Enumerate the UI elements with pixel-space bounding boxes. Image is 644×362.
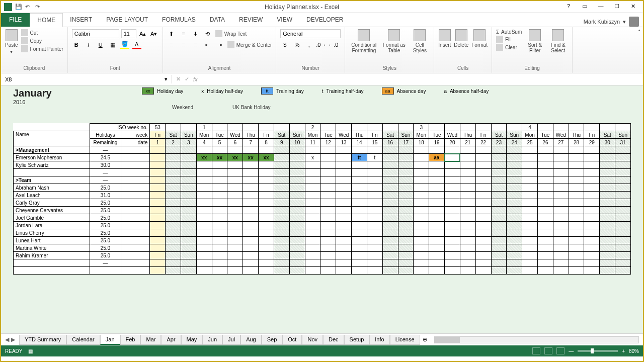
font-size-select[interactable]: 11 [121,29,136,38]
enter-formula-button[interactable]: ✓ [185,76,189,82]
align-center-button[interactable]: ≡ [179,40,188,49]
user-avatar[interactable] [629,17,639,27]
sheet-tab-mar[interactable]: Mar [140,335,161,345]
format-as-table-button[interactable]: Format as Table [381,29,407,53]
format-painter-button[interactable]: Format Painter [21,45,63,52]
ribbon-tab-formulas[interactable]: FORMULAS [155,13,203,27]
italic-button[interactable]: I [84,40,93,49]
formula-input[interactable] [202,75,639,83]
align-middle-button[interactable]: ≡ [179,29,188,38]
align-top-button[interactable]: ⬆ [167,29,176,38]
minimize-button[interactable]: — [595,3,607,11]
ribbon-options-icon[interactable]: ▭ [579,3,591,11]
planner-grid[interactable]: ISO week no.531234NameHolidaysweekFriSat… [13,123,631,275]
sheet-tab-feb[interactable]: Feb [120,335,141,345]
percent-button[interactable]: % [292,40,301,49]
bold-button[interactable]: B [72,40,81,49]
ribbon-tab-home[interactable]: HOME [30,13,63,27]
align-left-button[interactable]: ≡ [167,40,176,49]
help-icon[interactable]: ? [562,3,575,11]
close-button[interactable]: ✕ [627,3,639,11]
page-layout-view-button[interactable] [544,347,552,354]
zoom-level[interactable]: 80% [629,348,639,354]
zoom-in-button[interactable]: + [622,348,625,354]
number-format-select[interactable]: General [280,29,341,38]
orientation-button[interactable]: ⟲ [203,29,212,38]
save-icon[interactable]: 💾 [15,4,22,11]
worksheet-area[interactable]: January 2016 xxHoliday day xHoliday half… [1,85,643,333]
comma-button[interactable]: , [304,40,313,49]
font-name-select[interactable]: Calibri [72,29,119,38]
ribbon-tab-data[interactable]: DATA [203,13,232,27]
font-color-button[interactable]: A [132,40,141,49]
cancel-formula-button[interactable]: ✕ [176,76,181,82]
collapse-ribbon-button[interactable]: ˄ [636,27,643,73]
sheet-tab-jul[interactable]: Jul [222,335,240,345]
sheet-tab-setup[interactable]: Setup [344,335,370,345]
undo-icon[interactable]: ↶ [25,4,32,11]
sheet-tab-calendar[interactable]: Calendar [66,335,100,345]
zoom-out-button[interactable]: — [569,348,574,354]
border-button[interactable]: ▦ [108,40,117,49]
insert-function-button[interactable]: fx [193,76,198,82]
sheet-tab-license[interactable]: License [390,335,420,345]
currency-button[interactable]: $ [280,40,289,49]
ribbon-tab-view[interactable]: VIEW [270,13,299,27]
horizontal-scrollbar[interactable] [434,336,639,343]
increase-decimal-button[interactable]: .0→ [316,40,326,49]
tab-nav-prev[interactable]: ◀ [5,336,9,343]
sheet-tab-oct[interactable]: Oct [282,335,302,345]
format-cells-button[interactable]: Format [471,29,488,48]
insert-cells-button[interactable]: Insert [438,29,451,48]
decrease-decimal-button[interactable]: ←.0 [329,40,338,49]
cut-button[interactable]: Cut [21,29,63,36]
legend-tt-box: tt [261,87,273,95]
macro-recorder-icon[interactable]: ▦ [28,348,33,354]
zoom-slider[interactable] [578,350,618,352]
sheet-tab-dec[interactable]: Dec [323,335,344,345]
conditional-formatting-button[interactable]: Conditional Formatting [349,29,378,53]
align-right-button[interactable]: ≡ [191,40,200,49]
ribbon-tab-review[interactable]: REVIEW [232,13,270,27]
shrink-font-button[interactable]: A▾ [149,29,158,38]
sort-filter-button[interactable]: Sort & Filter [525,29,545,53]
ribbon-tab-page-layout[interactable]: PAGE LAYOUT [99,13,155,27]
copy-button[interactable]: Copy [21,37,63,44]
align-bottom-button[interactable]: ⬇ [191,29,200,38]
cell-styles-button[interactable]: Cell Styles [410,29,430,53]
sheet-tab-jan[interactable]: Jan [100,335,120,345]
sheet-tab-nov[interactable]: Nov [302,335,323,345]
increase-indent-button[interactable]: ⇥ [215,40,224,49]
fill-color-button[interactable]: 🪣 [120,40,129,49]
ribbon-tab-file[interactable]: FILE [1,13,30,27]
underline-button[interactable]: U [96,40,105,49]
wrap-text-button[interactable]: Wrap Text [215,30,247,37]
sheet-tab-aug[interactable]: Aug [240,335,262,345]
user-name[interactable]: Mark Kubiszyn [584,19,620,25]
normal-view-button[interactable] [532,347,540,354]
formula-bar: X8▾ ✕ ✓ fx [1,73,643,85]
sheet-tab-may[interactable]: May [181,335,203,345]
decrease-indent-button[interactable]: ⇤ [203,40,212,49]
fill-button[interactable]: Fill [496,36,522,43]
name-box[interactable]: X8▾ [1,75,172,83]
redo-icon[interactable]: ↷ [35,4,42,11]
autosum-button[interactable]: ΣAutoSum [496,29,522,35]
delete-cells-button[interactable]: Delete [454,29,468,48]
sheet-tab-info[interactable]: Info [369,335,389,345]
tab-nav-next[interactable]: ▶ [11,336,15,343]
merge-center-button[interactable]: Merge & Center [227,41,272,48]
sheet-tab-apr[interactable]: Apr [161,335,181,345]
page-break-view-button[interactable] [556,347,565,354]
maximize-button[interactable]: ☐ [611,3,623,11]
clear-button[interactable]: Clear [496,44,522,51]
add-sheet-button[interactable]: ⊕ [420,336,430,343]
grow-font-button[interactable]: A▴ [138,29,147,38]
paste-button[interactable]: Paste▾ [5,29,18,54]
ribbon-tab-insert[interactable]: INSERT [63,13,99,27]
ribbon-tab-developer[interactable]: DEVELOPER [299,13,350,27]
sheet-tab-ytd-summary[interactable]: YTD Summary [19,335,66,345]
sheet-tab-jun[interactable]: Jun [202,335,222,345]
sheet-tab-sep[interactable]: Sep [262,335,283,345]
find-select-button[interactable]: Find & Select [548,29,568,53]
